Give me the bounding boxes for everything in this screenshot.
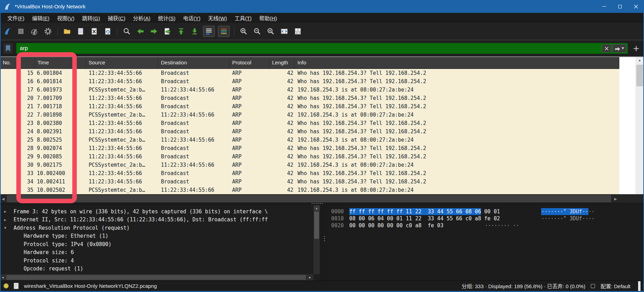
maximize-button[interactable] (612, 0, 628, 13)
auto-scroll-toggle-button[interactable] (203, 26, 215, 37)
hex-bytes[interactable]: 08 00 06 04 00 01 11 22 33 44 55 66 c0 a… (349, 215, 500, 222)
packet-row[interactable]: 227.001898PCSSystemtec_2a:b…11:22:33:44:… (0, 111, 619, 119)
hex-bytes[interactable]: 00 00 00 00 00 00 c0 a8 fe 03 (349, 222, 443, 229)
save-file-button[interactable] (75, 26, 86, 37)
profile-icon[interactable] (591, 284, 595, 288)
packet-row[interactable]: 309.002175PCSSystemtec_2a:b…11:22:33:44:… (0, 161, 619, 169)
expand-arrow-icon[interactable]: ▶ (4, 210, 14, 213)
scrollbar-thumb[interactable] (6, 275, 306, 280)
packet-detail-line[interactable]: ▶Frame 3: 42 bytes on wire (336 bits), 4… (0, 207, 313, 216)
menu-item-c[interactable]: 捕获(C) (104, 13, 129, 23)
packet-row[interactable]: 289.00207411:22:33:44:55:66BroadcastARP4… (0, 144, 619, 152)
zoom-out-button[interactable] (252, 26, 262, 37)
go-to-packet-button[interactable] (162, 26, 173, 37)
pane-splitter-vertical[interactable]: ••• (320, 205, 328, 281)
packet-row[interactable]: 156.00180411:22:33:44:55:66BroadcastARP4… (0, 69, 619, 77)
resize-columns-button[interactable] (279, 26, 290, 37)
packet-row[interactable]: 258.002525PCSSystemtec_2a:b…11:22:33:44:… (0, 136, 619, 144)
packet-row[interactable]: 299.00208511:22:33:44:55:66BroadcastARP4… (0, 152, 619, 161)
packet-detail-line[interactable]: ▼Address Resolution Protocol (request) (0, 224, 313, 232)
menu-item-s[interactable]: 统计(S) (154, 13, 179, 23)
packet-row[interactable]: 176.001973PCSSystemtec_2a:b…11:22:33:44:… (0, 86, 619, 94)
hex-bytes[interactable]: ff ff ff ff ff ff 11 22 33 44 55 66 08 0… (349, 208, 500, 215)
display-filter-input[interactable]: arp (16, 43, 628, 54)
start-capture-button[interactable] (2, 26, 13, 37)
column-header-protocol[interactable]: Protocol (229, 57, 269, 69)
packet-row[interactable]: 3510.002502PCSSystemtec_2a:b…11:22:33:44… (0, 186, 619, 194)
column-header-source[interactable]: Source (86, 57, 158, 69)
collapse-arrow-icon[interactable]: ▼ (4, 226, 14, 230)
packet-detail-line[interactable]: Hardware size: 6 (0, 248, 313, 257)
packet-list-vertical-scrollbar[interactable]: ▲ ▼ (635, 57, 644, 194)
hex-row[interactable]: 0000ff ff ff ff ff ff 11 22 33 44 55 66 … (328, 208, 644, 215)
scroll-up-arrow-icon[interactable]: ▲ (313, 205, 320, 211)
open-file-button[interactable] (62, 26, 72, 37)
packet-detail-line[interactable]: Hardware type: Ethernet (1) (0, 232, 313, 240)
packet-detail-line[interactable]: Opcode: request (1) (0, 265, 313, 273)
column-header-length[interactable]: Length (269, 57, 295, 69)
hex-ascii[interactable]: ·······" 3DUf···· (541, 208, 595, 215)
scroll-right-arrow-icon[interactable]: ▶ (307, 274, 313, 281)
close-button[interactable] (628, 0, 644, 13)
minimize-button[interactable] (596, 0, 612, 13)
packet-row[interactable]: 166.00181411:22:33:44:55:66BroadcastARP4… (0, 77, 619, 86)
last-packet-button[interactable] (189, 26, 200, 37)
profile-label[interactable]: 配置: Default (601, 282, 630, 290)
packet-row[interactable]: 207.00170911:22:33:44:55:66BroadcastARP4… (0, 94, 619, 102)
expand-arrow-icon[interactable]: ▶ (4, 218, 14, 222)
menu-item-a[interactable]: 分析(A) (129, 13, 154, 23)
scroll-left-arrow-icon[interactable]: ◀ (0, 274, 6, 281)
details-horizontal-scrollbar[interactable]: ◀ ▶ (0, 274, 313, 281)
scroll-up-arrow-icon[interactable]: ▲ (635, 57, 644, 63)
hex-ascii[interactable]: ········ ·· (485, 222, 519, 229)
zoom-in-button[interactable] (238, 26, 249, 37)
packet-row[interactable]: 217.00171811:22:33:44:55:66BroadcastARP4… (0, 102, 619, 111)
reload-file-button[interactable] (103, 26, 113, 37)
expert-info-icon[interactable] (3, 283, 9, 289)
toggle-columns-button[interactable]: 123 (293, 26, 303, 37)
zoom-reset-button[interactable] (266, 26, 276, 37)
column-header-no[interactable]: No. (0, 57, 35, 69)
packet-row[interactable]: 238.00238011:22:33:44:55:66BroadcastARP4… (0, 119, 619, 127)
menu-item-h[interactable]: 帮助(H) (255, 13, 281, 23)
capture-options-button[interactable] (43, 26, 53, 37)
packet-row[interactable]: 3410.00241111:22:33:44:55:66BroadcastARP… (0, 177, 619, 186)
packet-detail-line[interactable]: Protocol type: IPv4 (0x0800) (0, 240, 313, 248)
scroll-right-arrow-icon[interactable]: ▶ (612, 194, 619, 203)
scroll-left-arrow-icon[interactable]: ◀ (0, 194, 6, 203)
previous-packet-button[interactable] (135, 26, 146, 37)
menu-item-v[interactable]: 视图(V) (53, 13, 78, 23)
first-packet-button[interactable] (176, 26, 186, 37)
capture-comment-icon[interactable] (14, 283, 19, 289)
menu-item-w[interactable]: 无线(W) (204, 13, 231, 23)
menu-item-f[interactable]: 文件(F) (3, 13, 28, 23)
find-packet-button[interactable] (122, 26, 132, 37)
scrollbar-thumb[interactable] (636, 65, 643, 86)
menu-item-g[interactable]: 跳转(G) (78, 13, 104, 23)
stop-capture-button[interactable] (16, 26, 26, 37)
packet-bytes-pane[interactable]: 0000ff ff ff ff ff ff 11 22 33 44 55 66 … (328, 205, 644, 281)
column-header-info[interactable]: Info (295, 57, 619, 69)
packet-detail-line[interactable]: Protocol size: 4 (0, 257, 313, 265)
menu-item-e[interactable]: 编辑(E) (28, 13, 53, 23)
hex-row[interactable]: 001008 00 06 04 00 01 11 22 33 44 55 66 … (328, 215, 644, 222)
hex-row[interactable]: 002000 00 00 00 00 00 c0 a8 fe 03·······… (328, 222, 644, 229)
packet-row[interactable]: 3310.00240011:22:33:44:55:66BroadcastARP… (0, 169, 619, 177)
menu-item-y[interactable]: 电话(Y) (179, 13, 204, 23)
filter-add-button[interactable] (631, 43, 641, 54)
next-packet-button[interactable] (149, 26, 159, 37)
details-vertical-scrollbar[interactable]: ▲ (313, 205, 320, 274)
menu-item-t[interactable]: 工具(T) (231, 13, 255, 23)
pane-splitter-horizontal[interactable]: •••••• (0, 203, 644, 205)
colorize-toggle-button[interactable] (218, 26, 230, 37)
scrollbar-thumb[interactable] (7, 195, 611, 202)
filter-bookmark-button[interactable] (3, 43, 13, 54)
window-resize-grip[interactable] (638, 281, 641, 291)
hex-ascii[interactable]: ·······" 3DUf···· (541, 215, 595, 222)
close-file-button[interactable] (89, 26, 99, 37)
column-header-time[interactable]: Time (35, 57, 86, 69)
packet-row[interactable]: 248.00239111:22:33:44:55:66BroadcastARP4… (0, 127, 619, 136)
filter-clear-button[interactable] (602, 44, 611, 53)
column-header-destination[interactable]: Destination (158, 57, 229, 69)
filter-apply-button[interactable] (612, 44, 626, 53)
